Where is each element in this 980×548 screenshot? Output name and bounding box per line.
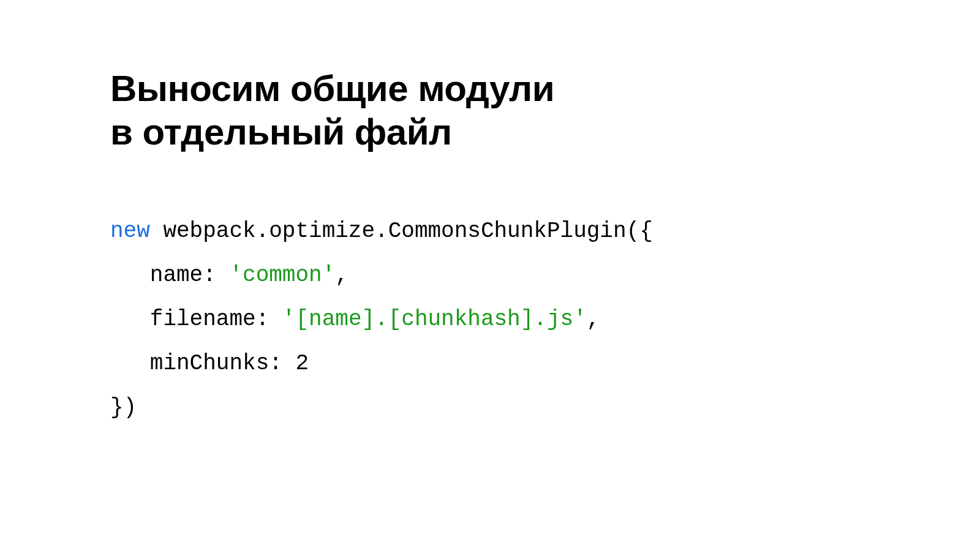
code-l2-indent	[110, 263, 150, 288]
slide-title: Выносим общие модули в отдельный файл	[110, 67, 870, 154]
code-l4-key: minChunks: 2	[150, 351, 309, 376]
code-l2-comma: ,	[335, 263, 349, 288]
code-block: new webpack.optimize.CommonsChunkPlugin(…	[110, 209, 870, 430]
code-l5: })	[110, 395, 137, 420]
code-l3-key: filename:	[150, 307, 282, 332]
code-keyword-new: new	[110, 219, 150, 244]
code-l3-string: '[name].[chunkhash].js'	[282, 307, 587, 332]
code-l1-rest: webpack.optimize.CommonsChunkPlugin({	[150, 219, 653, 244]
slide-container: Выносим общие модули в отдельный файл ne…	[0, 0, 980, 548]
title-line-1: Выносим общие модули	[110, 68, 554, 109]
code-l3-comma: ,	[587, 307, 600, 332]
code-l2-key: name:	[150, 263, 230, 288]
code-l4-indent	[110, 351, 150, 376]
title-line-2: в отдельный файл	[110, 111, 452, 152]
code-l2-string: 'common'	[229, 263, 335, 288]
code-l3-indent	[110, 307, 150, 332]
